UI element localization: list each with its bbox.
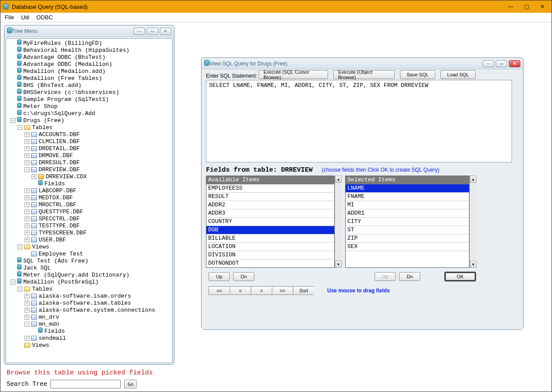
selected-dn-button[interactable]: Dn bbox=[399, 272, 420, 281]
tree-row[interactable]: +alaska-software.system.connections bbox=[8, 306, 170, 313]
tree-row[interactable]: Medallion (Medalion.add) bbox=[8, 68, 170, 75]
tree-row[interactable]: Meter Shop bbox=[8, 103, 170, 110]
menu-file[interactable]: File bbox=[5, 14, 14, 21]
tree-row[interactable]: BHSServices (c:\bhsservices) bbox=[8, 89, 170, 96]
expand-icon[interactable]: + bbox=[25, 132, 29, 137]
scroll-down-icon[interactable]: ▼ bbox=[335, 261, 342, 268]
list-item[interactable]: ZIP bbox=[346, 234, 469, 243]
scroll-up-icon[interactable]: ▲ bbox=[470, 176, 476, 183]
available-up-button[interactable]: Up bbox=[209, 272, 230, 281]
expand-icon[interactable]: + bbox=[25, 153, 29, 158]
list-item[interactable]: FNAME bbox=[346, 193, 469, 201]
expand-icon[interactable]: + bbox=[25, 146, 29, 151]
selected-scrollbar[interactable]: ▲ ▼ bbox=[469, 176, 476, 268]
tree-max-button[interactable]: ▭ bbox=[147, 28, 158, 35]
tree-row[interactable]: Advantage ODBC (Medallion) bbox=[8, 61, 170, 68]
tree-row[interactable]: −DRREVIEW.DBF bbox=[8, 166, 170, 173]
tree-row[interactable]: +CLMCLIEN.DBF bbox=[8, 138, 170, 145]
expand-icon[interactable]: + bbox=[25, 237, 29, 242]
scroll-up-icon[interactable]: ▲ bbox=[335, 176, 342, 183]
tree-row[interactable]: −Drugs (Free) bbox=[8, 117, 170, 124]
list-item[interactable]: ST bbox=[346, 226, 469, 234]
expand-icon[interactable]: + bbox=[25, 160, 29, 165]
ok-button[interactable]: OK bbox=[445, 272, 476, 281]
tree-row[interactable]: Views bbox=[8, 342, 170, 349]
available-items-list[interactable]: Available Items EMPLOYEESSRESULTADDR2ADD… bbox=[206, 176, 335, 268]
tree-row[interactable]: Behavioral Health (HippaSuites) bbox=[8, 47, 170, 54]
tree-row[interactable]: +mn_drv bbox=[8, 313, 170, 320]
collapse-icon[interactable]: − bbox=[25, 167, 29, 172]
sql-query-window[interactable]: View SQL Query for Drugs (Free) — ▭ ✕ En… bbox=[201, 58, 523, 330]
tree-row[interactable]: Jack SQL bbox=[8, 264, 170, 271]
tree-row[interactable]: −Medallion (PostGreSql) bbox=[8, 278, 170, 285]
list-item[interactable]: BILLABLE bbox=[206, 234, 334, 243]
scroll-down-icon[interactable]: ▼ bbox=[470, 261, 476, 268]
tree-menu-titlebar[interactable]: Tree Menu — ▭ ✕ bbox=[4, 25, 174, 37]
expand-icon[interactable]: + bbox=[25, 209, 29, 214]
tree-row[interactable]: Fields bbox=[8, 327, 170, 334]
expand-icon[interactable]: + bbox=[32, 174, 36, 179]
search-go-button[interactable]: Go bbox=[124, 380, 137, 388]
nav-first-button[interactable]: << bbox=[209, 286, 230, 295]
list-item[interactable]: ADDR3 bbox=[206, 209, 334, 218]
tree-min-button[interactable]: — bbox=[133, 28, 145, 35]
list-item[interactable]: DIVISION bbox=[206, 251, 334, 259]
selected-items-list[interactable]: Selected Items LNAMEFNAMEMIADDR1CITYSTZI… bbox=[345, 176, 469, 268]
list-item[interactable]: CITY bbox=[346, 218, 469, 226]
tree-row[interactable]: +MEDTOX.DBF bbox=[8, 194, 170, 201]
expand-icon[interactable]: + bbox=[25, 223, 29, 228]
expand-icon[interactable]: + bbox=[25, 230, 29, 235]
menu-odbc[interactable]: ODBC bbox=[36, 14, 53, 21]
tree-row[interactable]: Sample Program (SqlTest1) bbox=[8, 96, 170, 103]
tree-row[interactable]: +DRRESULT.DBF bbox=[8, 159, 170, 166]
collapse-icon[interactable]: − bbox=[11, 280, 15, 284]
tree-row[interactable]: +MROCTRL.DBF bbox=[8, 201, 170, 208]
list-item[interactable]: MI bbox=[346, 201, 469, 209]
sql-titlebar[interactable]: View SQL Query for Drugs (Free) — ▭ ✕ bbox=[202, 58, 523, 69]
expand-icon[interactable]: + bbox=[25, 202, 29, 207]
save-sql-button[interactable]: Save SQL bbox=[400, 70, 435, 79]
sql-min-button[interactable]: — bbox=[483, 60, 494, 67]
available-scrollbar[interactable]: ▲ ▼ bbox=[335, 176, 342, 268]
tree-row[interactable]: +ACCOUNTS.DBF bbox=[8, 131, 170, 138]
tree-row[interactable]: Medallion (Free Tables) bbox=[8, 75, 170, 82]
tree-row[interactable]: −mn_mdn bbox=[8, 320, 170, 327]
collapse-icon[interactable]: − bbox=[25, 322, 29, 327]
collapse-icon[interactable]: − bbox=[18, 125, 22, 130]
expand-icon[interactable]: + bbox=[25, 336, 29, 341]
list-item[interactable]: LNAME bbox=[346, 184, 469, 193]
menu-util[interactable]: Util bbox=[21, 14, 29, 21]
tree-row[interactable]: +TESTTYPE.DBF bbox=[8, 222, 170, 229]
sort-button[interactable]: Sort bbox=[293, 286, 314, 295]
expand-icon[interactable]: + bbox=[25, 188, 29, 193]
sql-statement-input[interactable] bbox=[206, 80, 512, 162]
tree-close-button[interactable]: ✕ bbox=[160, 28, 171, 35]
tree-row[interactable]: Meter (SqlQuery.add Dictionary) bbox=[8, 271, 170, 278]
list-item[interactable]: RESULT bbox=[206, 193, 334, 201]
sql-close-button[interactable]: ✕ bbox=[509, 60, 520, 67]
tree-row[interactable]: +DRDETAIL.DBF bbox=[8, 145, 170, 152]
nav-prev-button[interactable]: < bbox=[230, 286, 251, 295]
tree-row[interactable]: +DRMOVE.DBF bbox=[8, 152, 170, 159]
collapse-icon[interactable]: − bbox=[11, 118, 15, 123]
tree-row[interactable]: −Tables bbox=[8, 124, 170, 131]
tree-row[interactable]: +QUESTTYPE.DBF bbox=[8, 208, 170, 215]
app-close-button[interactable]: ✕ bbox=[535, 2, 550, 11]
app-titlebar[interactable]: Database Query (SQL-based) — ▢ ✕ bbox=[0, 0, 552, 13]
app-minimize-button[interactable]: — bbox=[503, 2, 518, 11]
tree-row[interactable]: −Views bbox=[8, 243, 170, 250]
list-item[interactable]: SEX bbox=[346, 243, 469, 251]
expand-icon[interactable]: + bbox=[25, 139, 29, 144]
nav-last-button[interactable]: >> bbox=[272, 286, 293, 295]
tree-row[interactable]: −Tables bbox=[8, 285, 170, 292]
expand-icon[interactable]: + bbox=[25, 216, 29, 221]
search-input[interactable] bbox=[51, 380, 121, 388]
list-item[interactable]: COUNTRY bbox=[206, 218, 334, 226]
execute-object-button[interactable]: Execute (Object Browse) bbox=[333, 70, 395, 79]
collapse-icon[interactable]: − bbox=[18, 245, 22, 249]
expand-icon[interactable]: + bbox=[25, 294, 29, 298]
tree-row[interactable]: Advantage ODBC (BhsTest) bbox=[8, 54, 170, 61]
tree-row[interactable]: +USER.DBF bbox=[8, 236, 170, 243]
load-sql-button[interactable]: Load SQL bbox=[440, 70, 476, 79]
tree-row[interactable]: MyFireRules (BillingFD) bbox=[8, 40, 170, 47]
